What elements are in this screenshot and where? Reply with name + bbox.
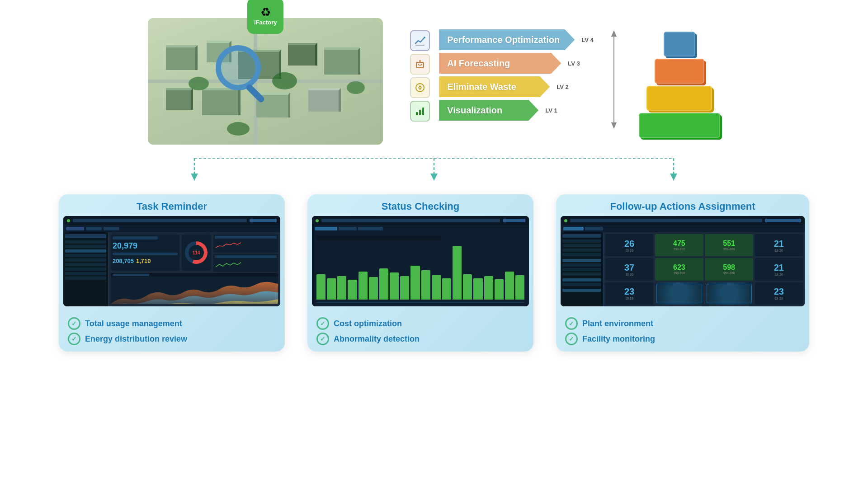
- dash-header: [63, 216, 280, 225]
- magnifier-handle: [245, 83, 265, 103]
- wave-chart: [111, 273, 278, 304]
- level-tag-lv1: LV 1: [545, 107, 557, 114]
- feature-facility: ✓ Facility monitoring: [565, 333, 800, 345]
- svg-rect-9: [416, 112, 418, 115]
- bar-9: [400, 276, 409, 300]
- building-5: [324, 47, 360, 75]
- num-cell-21-top: 21 18-26: [755, 234, 803, 256]
- s9: [65, 277, 106, 280]
- checkmark-cost: ✓: [316, 317, 329, 330]
- num-sub-21m: 18-26: [775, 273, 783, 276]
- wave-title: [113, 274, 149, 276]
- card-title-status: Status Checking: [307, 194, 533, 216]
- feature-cost: ✓ Cost optimization: [316, 317, 524, 330]
- bracket-svg: [607, 30, 621, 129]
- num-cell-37: 37 20-36: [605, 258, 653, 280]
- level-tag-lv4: LV 4: [581, 37, 594, 43]
- bar-2: [327, 278, 336, 300]
- checkmark-2: ✓: [68, 333, 80, 345]
- bar-16: [473, 278, 482, 300]
- fs1: [562, 234, 601, 238]
- checkmark-1: ✓: [68, 317, 80, 330]
- svg-marker-12: [611, 30, 617, 37]
- mini-line-chart-2: [215, 259, 277, 269]
- performance-icon: [415, 35, 425, 46]
- svg-point-0: [424, 37, 425, 38]
- card-features-followup: ✓ Plant environment ✓ Facility monitorin…: [556, 311, 809, 352]
- sub-label: [113, 253, 178, 255]
- card-status-checking: Status Checking: [307, 194, 533, 352]
- dot: [316, 219, 319, 222]
- date-bar: [250, 219, 277, 222]
- num-sub-21t: 18-26: [775, 249, 783, 252]
- num-sub-551: 350-600: [723, 248, 735, 251]
- level-row-lv3: AI Forecasting LV 3: [439, 53, 594, 74]
- s5: [65, 258, 106, 262]
- fs3: [562, 244, 601, 247]
- factory-map-bg: [148, 18, 383, 145]
- stat-box-2: [213, 254, 278, 272]
- dash-body: 20,979 208,705 1,710: [63, 232, 280, 306]
- bar-3: [337, 276, 346, 300]
- magnifier-circle: [216, 45, 261, 90]
- tab3: [358, 227, 383, 230]
- factory-map-area: ♻ iFactory: [148, 18, 383, 145]
- map-border-2: [707, 284, 752, 303]
- tab-active: [315, 227, 337, 230]
- chart-title: [316, 236, 441, 240]
- num-cell-475: 475 350-600: [655, 234, 703, 256]
- wave-header: [111, 273, 278, 277]
- mini-map-2: [705, 282, 753, 305]
- feature-item-1: ✓ Total usage management: [68, 317, 276, 330]
- fs7: [562, 263, 601, 267]
- bar-7: [379, 268, 388, 300]
- feature-plant: ✓ Plant environment: [565, 317, 800, 330]
- feature-item-2: ✓ Energy distribution review: [68, 333, 276, 345]
- mini-line-chart: [215, 239, 277, 249]
- level-icon-lv2: [410, 77, 430, 98]
- bar-1: [316, 274, 326, 300]
- x-axis: [316, 302, 524, 303]
- card-features-task: ✓ Total usage management ✓ Energy distri…: [59, 311, 285, 352]
- date-f: [765, 219, 801, 222]
- bracket-container: [607, 30, 621, 129]
- date: [503, 219, 525, 222]
- fs6: [562, 259, 601, 262]
- s3: [65, 249, 106, 253]
- title-bar: [321, 219, 500, 222]
- num-sub-37: 20-36: [625, 273, 633, 276]
- s7: [65, 267, 106, 271]
- header-dots: [67, 219, 70, 222]
- svg-marker-16: [191, 174, 198, 181]
- gauge-value: 114: [189, 245, 204, 260]
- pyramid-block-lv1: [639, 113, 720, 138]
- level-label-lv2: Eliminate Waste: [447, 82, 516, 92]
- card-screenshot-followup: 26 20-36 475 350-600 551 350-600: [561, 216, 805, 306]
- bar-5: [359, 272, 368, 300]
- level-label-lv4: Performance Optimization: [447, 35, 560, 45]
- stat-lbl-1: [215, 236, 277, 239]
- s1: [65, 240, 106, 244]
- building-8: [166, 88, 193, 110]
- svg-marker-13: [611, 122, 617, 129]
- status-body: [312, 232, 529, 306]
- checkmark-abnorm: ✓: [316, 333, 329, 345]
- bar-10: [410, 266, 420, 300]
- numbers-section: 20,979 208,705 1,710: [111, 235, 278, 271]
- num-37: 37: [624, 263, 634, 273]
- magnifier: [216, 45, 279, 108]
- tree-1: [189, 77, 209, 90]
- level-row-lv4: Performance Optimization LV 4: [439, 29, 594, 50]
- level-icons-col: [410, 29, 430, 122]
- bar-4: [348, 280, 357, 300]
- gauge-circle: 114: [185, 241, 208, 264]
- num-cell-598: 598 350-700: [705, 258, 753, 280]
- building-1: [166, 45, 198, 70]
- level-arrow-lv3: AI Forecasting: [439, 53, 561, 74]
- feature-text-plant: Plant environment: [582, 319, 653, 328]
- s4: [65, 254, 106, 257]
- num-sub-26: 20-36: [625, 249, 633, 252]
- card-followup: Follow-up Actions Assignment: [556, 194, 809, 352]
- nums-left: 20,979 208,705 1,710: [111, 235, 179, 271]
- mini-dash-followup: 26 20-36 475 350-600 551 350-600: [561, 216, 805, 306]
